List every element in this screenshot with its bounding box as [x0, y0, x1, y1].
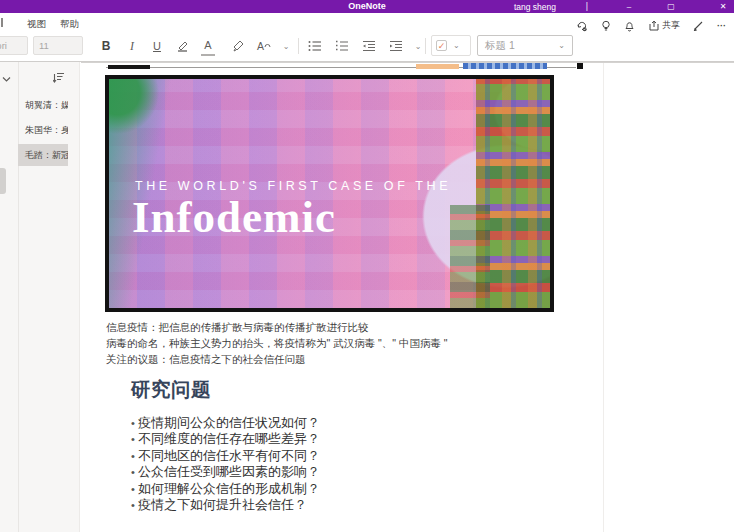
note-paragraph[interactable]: 信息疫情：把信息的传播扩散与病毒的传播扩散进行比较 [106, 319, 576, 335]
increase-indent-button[interactable] [387, 36, 405, 56]
list-item[interactable]: 不同维度的信任存在哪些差异？ [131, 431, 320, 447]
bold-button[interactable]: B [99, 36, 113, 56]
note-paragraph[interactable]: 病毒的命名，种族主义势力的抬头，将疫情称为" 武汉病毒 "、" 中国病毒 " [106, 335, 576, 351]
page-right-edge [603, 63, 604, 532]
decrease-indent-button[interactable] [360, 36, 378, 56]
style-dropdown[interactable]: 标题 1 ⌄ [477, 35, 573, 56]
close-button[interactable]: ✕ [708, 0, 734, 13]
more-fonts-chevron[interactable]: ⌄ [280, 36, 292, 56]
more-paragraph-chevron[interactable]: ⌄ [412, 36, 424, 56]
infodemic-hero-image[interactable]: THE WORLD'S FIRST CASE OF THE Infodemic [105, 75, 554, 312]
style-chevron-icon: ⌄ [558, 41, 565, 50]
note-paragraph[interactable]: 关注的议题：信息疫情之下的社会信任问题 [106, 351, 576, 367]
sort-pages-icon[interactable] [53, 69, 65, 87]
clipped-menu-item [1, 18, 3, 27]
more-options-button[interactable]: ··· [717, 21, 726, 31]
bullet-list-button[interactable] [306, 36, 324, 56]
sidebar-page-item[interactable]: 朱国华：身体… [18, 119, 68, 141]
notebook-chevron-icon[interactable] [2, 69, 11, 87]
minimize-button[interactable]: – [614, 0, 644, 13]
clear-formatting-glyph: A [257, 40, 264, 52]
tag-chevron-icon: ⌄ [453, 41, 460, 50]
research-questions-list[interactable]: 疫情期间公众的信任状况如何？ 不同维度的信任存在哪些差异？ 不同地区的信任水平有… [131, 415, 320, 513]
hero-title-text: Infodemic [132, 191, 336, 243]
toolbar-divider [298, 38, 299, 54]
toolbar-divider [425, 38, 426, 54]
maximize-button[interactable]: ▢ [656, 0, 686, 13]
highlighter-button[interactable] [174, 36, 190, 56]
main-area: 胡翼清：媒介… 朱国华：身体… 毛踏：新冠… THE WORLD'S FIRST… [0, 62, 734, 532]
font-name-box[interactable]: Calibri [0, 36, 28, 55]
note-canvas[interactable]: THE WORLD'S FIRST CASE OF THE Infodemic … [81, 62, 734, 532]
numbered-list-button[interactable] [333, 36, 351, 56]
list-item[interactable]: 疫情之下如何提升社会信任？ [131, 497, 320, 513]
list-item[interactable]: 如何理解公众信任的形成机制？ [131, 481, 320, 497]
hero-glitch-strip-2 [450, 205, 490, 308]
formatting-toolbar: Calibri 11 B I U A A ⌄ [0, 30, 734, 62]
font-color-button[interactable]: A [201, 36, 215, 56]
format-painter-button[interactable] [230, 36, 246, 56]
list-item[interactable]: 公众信任受到哪些因素的影响？ [131, 464, 320, 480]
underline-button[interactable]: U [150, 36, 164, 56]
selection-corner-handle[interactable] [577, 63, 583, 69]
sidebar-page-item-selected[interactable]: 毛踏：新冠… [18, 144, 68, 166]
todo-tag-dropdown[interactable]: ✓ ⌄ [431, 35, 471, 56]
list-item[interactable]: 不同地区的信任水平有何不同？ [131, 448, 320, 464]
hyperlink-text-fragment [463, 63, 547, 69]
italic-button[interactable]: I [125, 36, 139, 56]
pages-sidebar: 胡翼清：媒介… 朱国华：身体… 毛踏：新冠… [0, 62, 80, 532]
ribbon-chrome: 视图 帮助 共享 [0, 13, 734, 62]
list-item[interactable]: 疫情期间公众的信任状况如何？ [131, 415, 320, 431]
titlebar-divider: | [586, 1, 588, 11]
todo-checkbox-icon: ✓ [436, 40, 447, 51]
highlighted-text-fragment [416, 64, 459, 69]
sidebar-page-item[interactable]: 胡翼清：媒介… [18, 94, 68, 116]
section-heading[interactable]: 研究问题 [131, 376, 211, 403]
sidebar-scroll-tab[interactable] [0, 168, 6, 194]
scroll-thumb[interactable] [108, 65, 150, 69]
font-size-box[interactable]: 11 [33, 36, 83, 55]
clear-formatting-button[interactable]: A [256, 36, 272, 56]
account-name[interactable]: tang sheng [514, 2, 556, 12]
title-bar: OneNote tang sheng | – ▢ ✕ [0, 0, 734, 13]
style-name: 标题 1 [485, 39, 515, 53]
